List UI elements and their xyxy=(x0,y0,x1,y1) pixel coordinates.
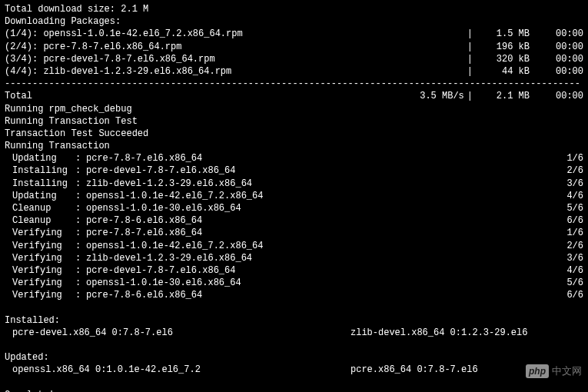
txn-action: Updating xyxy=(12,152,75,164)
download-row: (4/4): zlib-devel-1.2.3-29.el6.x86_64.rp… xyxy=(5,65,583,78)
txn-row: Verifying: pcre-devel-7.8-7.el6.x86_644/… xyxy=(5,264,583,277)
txn-pkg: pcre-7.8-7.el6.x86_64 xyxy=(86,152,553,164)
txn-pkg: openssl-1.0.1e-42.el6_7.2.x86_64 xyxy=(86,240,553,252)
download-time: 00:00 xyxy=(530,28,583,40)
updated-pkg: pcre.x86_64 0:7.8-7.el6 xyxy=(350,364,478,376)
total-label: Total xyxy=(5,90,32,102)
txn-pkg: zlib-devel-1.2.3-29.el6.x86_64 xyxy=(86,252,553,264)
rpm-check: Running rpm_check_debug xyxy=(5,103,583,115)
txn-count: 5/6 xyxy=(553,277,583,289)
txn-succeeded: Transaction Test Succeeded xyxy=(5,128,583,140)
download-name: (2/4): pcre-7.8-7.el6.x86_64.rpm xyxy=(5,41,181,53)
download-row: (1/4): openssl-1.0.1e-42.el6_7.2.x86_64.… xyxy=(5,28,583,40)
txn-count: 1/6 xyxy=(553,152,583,164)
download-row: (2/4): pcre-7.8-7.el6.x86_64.rpm | 196 k… xyxy=(5,41,583,53)
total-download-size: Total download size: 2.1 M xyxy=(5,3,583,15)
installed-row: pcre-devel.x86_64 0:7.8-7.el6 zlib-devel… xyxy=(5,327,583,339)
txn-pkg: openssl-1.0.1e-30.el6.x86_64 xyxy=(86,202,553,214)
txn-action: Verifying xyxy=(12,277,75,289)
watermark-text: 中文网 xyxy=(552,364,582,378)
download-name: (3/4): pcre-devel-7.8-7.el6.x86_64.rpm xyxy=(5,53,215,65)
download-name: (4/4): zlib-devel-1.2.3-29.el6.x86_64.rp… xyxy=(5,65,231,78)
download-time: 00:00 xyxy=(530,41,583,53)
txn-pkg: openssl-1.0.1e-30.el6.x86_64 xyxy=(86,277,553,289)
txn-action: Verifying xyxy=(12,240,75,252)
download-row: (3/4): pcre-devel-7.8-7.el6.x86_64.rpm |… xyxy=(5,53,583,65)
txn-test: Running Transaction Test xyxy=(5,115,583,128)
divider: ----------------------------------------… xyxy=(5,78,583,90)
txn-action: Verifying xyxy=(12,289,75,301)
txn-action: Verifying xyxy=(12,252,75,264)
txn-action: Installing xyxy=(12,164,75,177)
download-name: (1/4): openssl-1.0.1e-42.el6_7.2.x86_64.… xyxy=(5,28,243,40)
txn-count: 6/6 xyxy=(553,214,583,227)
download-size: 320 kB xyxy=(476,53,530,65)
total-size: 2.1 MB xyxy=(476,90,530,102)
updated-row: openssl.x86_64 0:1.0.1e-42.el6_7.2 pcre.… xyxy=(5,364,583,376)
txn-action: Verifying xyxy=(12,227,75,239)
installed-pkg: zlib-devel.x86_64 0:1.2.3-29.el6 xyxy=(350,327,527,339)
txn-row: Verifying: zlib-devel-1.2.3-29.el6.x86_6… xyxy=(5,252,583,264)
txn-pkg: pcre-7.8-6.el6.x86_64 xyxy=(86,214,553,227)
txn-count: 4/6 xyxy=(553,264,583,277)
txn-pkg: pcre-devel-7.8-7.el6.x86_64 xyxy=(86,264,553,277)
txn-pkg: pcre-devel-7.8-7.el6.x86_64 xyxy=(86,164,553,177)
txn-row: Verifying: pcre-7.8-7.el6.x86_641/6 xyxy=(5,227,583,239)
complete: Complete! xyxy=(5,389,583,392)
updated-header: Updated: xyxy=(5,351,583,364)
txn-action: Cleanup xyxy=(12,202,75,214)
txn-row: Installing: zlib-devel-1.2.3-29.el6.x86_… xyxy=(5,178,583,190)
txn-count: 3/6 xyxy=(553,252,583,264)
txn-pkg: zlib-devel-1.2.3-29.el6.x86_64 xyxy=(86,178,553,190)
txn-count: 2/6 xyxy=(553,164,583,177)
txn-count: 6/6 xyxy=(553,289,583,301)
updated-pkg: openssl.x86_64 0:1.0.1e-42.el6_7.2 xyxy=(12,364,350,376)
txn-pkg: pcre-7.8-6.el6.x86_64 xyxy=(86,289,553,301)
running-txn: Running Transaction xyxy=(5,140,583,152)
txn-action: Updating xyxy=(12,190,75,202)
txn-action: Verifying xyxy=(12,264,75,277)
txn-pkg: pcre-7.8-7.el6.x86_64 xyxy=(86,227,553,239)
txn-count: 3/6 xyxy=(553,178,583,190)
txn-row: Updating: pcre-7.8-7.el6.x86_641/6 xyxy=(5,152,583,164)
installed-header: Installed: xyxy=(5,314,583,327)
txn-count: 5/6 xyxy=(553,202,583,214)
txn-row: Cleanup: pcre-7.8-6.el6.x86_646/6 xyxy=(5,214,583,227)
download-time: 00:00 xyxy=(530,53,583,65)
downloading-header: Downloading Packages: xyxy=(5,15,583,28)
txn-pkg: openssl-1.0.1e-42.el6_7.2.x86_64 xyxy=(86,190,553,202)
txn-count: 2/6 xyxy=(553,240,583,252)
total-time: 00:00 xyxy=(530,90,583,102)
download-time: 00:00 xyxy=(530,65,583,78)
txn-count: 4/6 xyxy=(553,190,583,202)
watermark-logo: php xyxy=(526,364,549,378)
txn-count: 1/6 xyxy=(553,227,583,239)
download-size: 196 kB xyxy=(476,41,530,53)
txn-row: Verifying: openssl-1.0.1e-30.el6.x86_645… xyxy=(5,277,583,289)
txn-row: Updating: openssl-1.0.1e-42.el6_7.2.x86_… xyxy=(5,190,583,202)
installed-pkg: pcre-devel.x86_64 0:7.8-7.el6 xyxy=(12,327,350,339)
download-size: 44 kB xyxy=(476,65,530,78)
txn-row: Cleanup: openssl-1.0.1e-30.el6.x86_645/6 xyxy=(5,202,583,214)
txn-action: Cleanup xyxy=(12,214,75,227)
txn-row: Verifying: pcre-7.8-6.el6.x86_646/6 xyxy=(5,289,583,301)
txn-action: Installing xyxy=(12,178,75,190)
total-row: Total 3.5 MB/s | 2.1 MB 00:00 xyxy=(5,90,583,102)
watermark: php 中文网 xyxy=(526,364,582,378)
txn-row: Installing: pcre-devel-7.8-7.el6.x86_642… xyxy=(5,164,583,177)
total-speed: 3.5 MB/s xyxy=(410,90,464,102)
download-size: 1.5 MB xyxy=(476,28,530,40)
txn-row: Verifying: openssl-1.0.1e-42.el6_7.2.x86… xyxy=(5,240,583,252)
